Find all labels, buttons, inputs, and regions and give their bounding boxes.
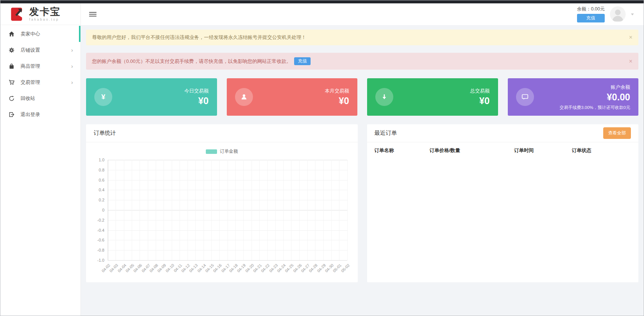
brand-domain: fakabao.top <box>29 18 61 21</box>
app-window: 发卡宝 fakabao.top 卖家中心 店铺设置 <box>0 0 644 316</box>
close-icon[interactable]: × <box>629 58 632 64</box>
recharge-button[interactable]: 充值 <box>577 14 605 22</box>
balance-warning-alert: 您的账户余额（0.00元）不足以支付交易手续费，请尽快充值，以免影响您的网站正常… <box>86 53 638 70</box>
sidebar-item-label: 卖家中心 <box>21 31 40 37</box>
x-tick-label: 04-21 <box>252 263 262 273</box>
y-tick-label: 0.6 <box>99 178 104 182</box>
sidebar-item-label: 店铺设置 <box>21 47 40 54</box>
chevron-right-icon <box>71 64 73 69</box>
dashboard-content: 尊敬的用户您好，我们平台不接任何违法违规业务，一经发现将永久冻结账号并提交公安机… <box>81 25 644 316</box>
grid-line-v <box>275 160 276 260</box>
column-header: 订单价格/数量 <box>430 147 514 154</box>
panel-title: 订单统计 <box>94 130 116 137</box>
arrow-down-icon <box>375 88 393 106</box>
grid-line-v <box>211 160 212 260</box>
y-tick-label: -0.4 <box>97 228 104 233</box>
chat-icon <box>516 88 534 106</box>
grid-line-v <box>172 160 172 260</box>
x-tick-label: 04-03 <box>109 263 119 273</box>
x-tick-label: 04-08 <box>149 263 159 273</box>
sidebar: 发卡宝 fakabao.top 卖家中心 店铺设置 <box>0 3 81 316</box>
x-tick-label: 04-07 <box>141 263 151 273</box>
alert-recharge-button[interactable]: 充值 <box>294 57 311 65</box>
grid-line-v <box>148 160 148 260</box>
x-tick-label: 04-10 <box>165 263 175 273</box>
grid-line-v <box>339 160 339 260</box>
view-all-button[interactable]: 查看全部 <box>603 127 631 139</box>
stat-card-value: ¥0 <box>184 95 209 106</box>
x-tick-label: 05-02 <box>340 263 350 273</box>
stat-card-label: 本月交易额 <box>325 88 349 94</box>
y-tick-label: 1.0 <box>99 158 104 162</box>
grid-line-v <box>219 160 220 260</box>
grid-line-v <box>323 160 324 260</box>
grid-line-v <box>331 160 332 260</box>
sidebar-item-shop-settings[interactable]: 店铺设置 <box>0 42 80 58</box>
x-tick-label: 04-05 <box>125 263 135 273</box>
column-header: 订单状态 <box>572 147 631 154</box>
browser-edge-strip <box>0 0 644 3</box>
x-tick-label: 04-14 <box>196 263 207 273</box>
sidebar-item-label: 回收站 <box>21 95 35 102</box>
x-tick-label: 04-11 <box>173 263 183 273</box>
x-tick-label: 04-13 <box>188 263 198 273</box>
grid-line-v <box>347 160 348 260</box>
sidebar-item-product-management[interactable]: 商品管理 <box>0 58 80 74</box>
x-tick-label: 04-27 <box>300 263 310 273</box>
x-tick-label: 04-04 <box>117 263 127 273</box>
grid-line-v <box>267 160 268 260</box>
avatar[interactable] <box>610 6 626 22</box>
grid-line-v <box>164 160 164 260</box>
grid-line-v <box>132 160 132 260</box>
x-tick-label: 04-30 <box>324 263 334 273</box>
sidebar-item-logout[interactable]: 退出登录 <box>0 106 80 122</box>
y-tick-label: -0.2 <box>97 218 104 222</box>
x-tick-label: 04-06 <box>132 263 143 273</box>
grid-line-v <box>251 160 252 260</box>
y-tick-label: 0.2 <box>99 198 104 202</box>
x-tick-label: 04-19 <box>236 263 246 273</box>
stat-card-balance: 账户余额 ¥0.00 交易手续费3.00%，预计还可收款0元 <box>508 78 639 116</box>
close-icon[interactable]: × <box>629 34 632 40</box>
grid-line-v <box>116 160 116 260</box>
stat-card-label: 总交易额 <box>470 88 490 94</box>
sidebar-item-recycle-bin[interactable]: 回收站 <box>0 90 80 106</box>
x-tick-label: 04-22 <box>260 263 270 273</box>
grid-line-v <box>283 160 284 260</box>
grid-line-v <box>228 160 228 260</box>
grid-line-v <box>124 160 124 260</box>
sidebar-item-seller-center[interactable]: 卖家中心 <box>0 26 80 42</box>
x-tick-label: 04-09 <box>156 263 167 273</box>
x-tick-label: 05-01 <box>332 263 342 273</box>
grid-line-v <box>180 160 180 260</box>
x-tick-label: 04-12 <box>180 263 190 273</box>
notice-alert: 尊敬的用户您好，我们平台不接任何违法违规业务，一经发现将永久冻结账号并提交公安机… <box>86 30 638 45</box>
order-stats-chart: 订单金额 1.00.80.60.40.20-0.2-0.4-0.6-0.8-1.… <box>86 142 358 282</box>
chart-plot-area: 1.00.80.60.40.20-0.2-0.4-0.6-0.8-1.004-0… <box>108 160 347 260</box>
sidebar-item-trade-management[interactable]: 交易管理 <box>0 74 80 90</box>
grid-line-h <box>108 260 347 261</box>
grid-line-v <box>156 160 156 260</box>
brand-name: 发卡宝 <box>29 7 61 16</box>
grid-line-v <box>204 160 204 260</box>
recycle-icon <box>9 95 15 101</box>
stat-card-value: ¥0 <box>325 95 349 106</box>
chart-legend[interactable]: 订单金额 <box>86 148 358 155</box>
y-tick-label: 0.4 <box>99 188 104 192</box>
sidebar-item-label: 交易管理 <box>21 79 40 86</box>
grid-line-v <box>195 160 196 260</box>
grid-line-v <box>187 160 188 260</box>
user-icon <box>235 88 253 106</box>
chevron-down-icon[interactable] <box>631 13 634 15</box>
menu-toggle-icon[interactable] <box>89 12 97 16</box>
home-icon <box>9 31 15 37</box>
stat-card-label: 账户余额 <box>559 84 630 91</box>
grid-line-v <box>291 160 292 260</box>
chevron-right-icon <box>71 80 73 85</box>
cart-icon <box>9 79 15 85</box>
logout-icon <box>9 112 15 118</box>
grid-line-v <box>315 160 315 260</box>
sidebar-menu: 卖家中心 店铺设置 商品管理 <box>0 25 80 122</box>
x-tick-label: 04-20 <box>244 263 254 273</box>
stat-card-month: 本月交易额 ¥0 <box>227 78 358 116</box>
